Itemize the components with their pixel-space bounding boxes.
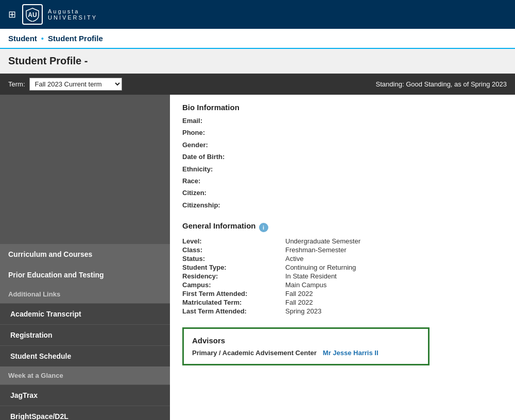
sidebar-label-week-at-a-glance: Week at a Glance [0, 366, 170, 384]
info-value-first-term: Fall 2022 [285, 290, 313, 297]
sidebar-item-jagtrax[interactable]: JagTrax [0, 384, 170, 406]
sidebar-item-registration[interactable]: Registration [0, 324, 170, 345]
bio-title: Bio Information [182, 103, 503, 112]
bio-phone: Phone: [182, 127, 503, 138]
page-title: Student Profile - [8, 55, 507, 67]
info-icon[interactable]: i [259, 223, 268, 232]
sidebar-label-additional-links: Additional Links [0, 285, 170, 303]
info-row-first-term: First Term Attended: Fall 2022 [182, 290, 503, 297]
advisor-link[interactable]: Mr Jesse Harris II [323, 349, 379, 357]
info-row-residency: Residency: In State Resident [182, 272, 503, 280]
term-bar: Term: Fall 2023 Current term Standing: G… [0, 74, 515, 95]
sidebar-item-curriculum[interactable]: Curriculum and Courses [0, 244, 170, 265]
info-value-matriculated: Fall 2022 [285, 299, 313, 306]
logo-container: AU Augusta UNIVERSITY [22, 4, 97, 25]
general-info-header: General Information i [182, 221, 503, 233]
info-row-matriculated: Matriculated Term: Fall 2022 [182, 299, 503, 306]
general-info-section: General Information i Level: Undergradua… [182, 221, 503, 315]
info-table: Level: Undergraduate Semester Class: Fre… [182, 237, 503, 315]
info-value-status: Active [285, 255, 303, 262]
sidebar-item-academic-transcript[interactable]: Academic Transcript [0, 303, 170, 324]
info-key-class: Class: [182, 246, 285, 254]
bio-race: Race: [182, 175, 503, 187]
bio-email: Email: [182, 115, 503, 127]
info-key-status: Status: [182, 255, 285, 262]
breadcrumb-bar: Student • Student Profile [0, 29, 515, 49]
sidebar-item-prior-education[interactable]: Prior Education and Testing [0, 265, 170, 285]
advisor-role: Primary / Academic Advisement Center [192, 349, 317, 357]
sidebar-item-student-schedule[interactable]: Student Schedule [0, 345, 170, 366]
bio-gender: Gender: [182, 139, 503, 151]
info-value-campus: Main Campus [285, 281, 327, 289]
info-key-campus: Campus: [182, 281, 285, 289]
info-value-level: Undergraduate Semester [285, 237, 360, 245]
sidebar-top-space [0, 95, 170, 244]
info-row-status: Status: Active [182, 255, 503, 262]
top-header: ⊞ AU Augusta UNIVERSITY [0, 0, 515, 29]
bio-ethnicity: Ethnicity: [182, 163, 503, 175]
breadcrumb-student-link[interactable]: Student [8, 34, 37, 43]
info-key-level: Level: [182, 237, 285, 245]
page-title-bar: Student Profile - [0, 49, 515, 74]
logo-text: Augusta UNIVERSITY [48, 8, 97, 21]
info-key-matriculated: Matriculated Term: [182, 299, 285, 306]
info-key-student-type: Student Type: [182, 264, 285, 271]
info-key-residency: Residency: [182, 272, 285, 280]
sidebar: Curriculum and Courses Prior Education a… [0, 95, 170, 420]
info-value-residency: In State Resident [285, 272, 337, 280]
bio-citizenship: Citizenship: [182, 199, 503, 211]
grid-icon[interactable]: ⊞ [8, 9, 16, 20]
svg-text:AU: AU [28, 11, 37, 19]
info-key-first-term: First Term Attended: [182, 290, 285, 297]
advisors-title: Advisors [192, 336, 420, 345]
breadcrumb-separator: • [41, 34, 44, 43]
info-row-last-term: Last Term Attended: Spring 2023 [182, 307, 503, 315]
term-select[interactable]: Fall 2023 Current term [29, 78, 122, 91]
info-value-class: Freshman-Semester [285, 246, 346, 254]
info-row-class: Class: Freshman-Semester [182, 246, 503, 254]
breadcrumb-current: Student Profile [48, 34, 103, 43]
main-content: Bio Information Email: Phone: Gender: Da… [170, 95, 515, 420]
term-label: Term: [8, 80, 25, 88]
info-row-level: Level: Undergraduate Semester [182, 237, 503, 245]
advisors-box: Advisors Primary / Academic Advisement C… [182, 327, 430, 365]
info-value-last-term: Spring 2023 [285, 307, 321, 315]
main-layout: Curriculum and Courses Prior Education a… [0, 95, 515, 420]
info-row-campus: Campus: Main Campus [182, 281, 503, 289]
general-info-title: General Information [182, 221, 256, 230]
advisors-row: Primary / Academic Advisement Center Mr … [192, 349, 420, 357]
logo-shield: AU [22, 4, 43, 25]
standing-text: Standing: Good Standing, as of Spring 20… [376, 80, 507, 88]
bio-citizen: Citizen: [182, 187, 503, 199]
info-key-last-term: Last Term Attended: [182, 307, 285, 315]
info-value-student-type: Continuing or Returning [285, 264, 356, 271]
bio-section: Bio Information Email: Phone: Gender: Da… [182, 103, 503, 211]
sidebar-item-brightspace[interactable]: BrightSpace/D2L [0, 406, 170, 420]
info-row-student-type: Student Type: Continuing or Returning [182, 264, 503, 271]
bio-dob: Date of Birth: [182, 151, 503, 163]
